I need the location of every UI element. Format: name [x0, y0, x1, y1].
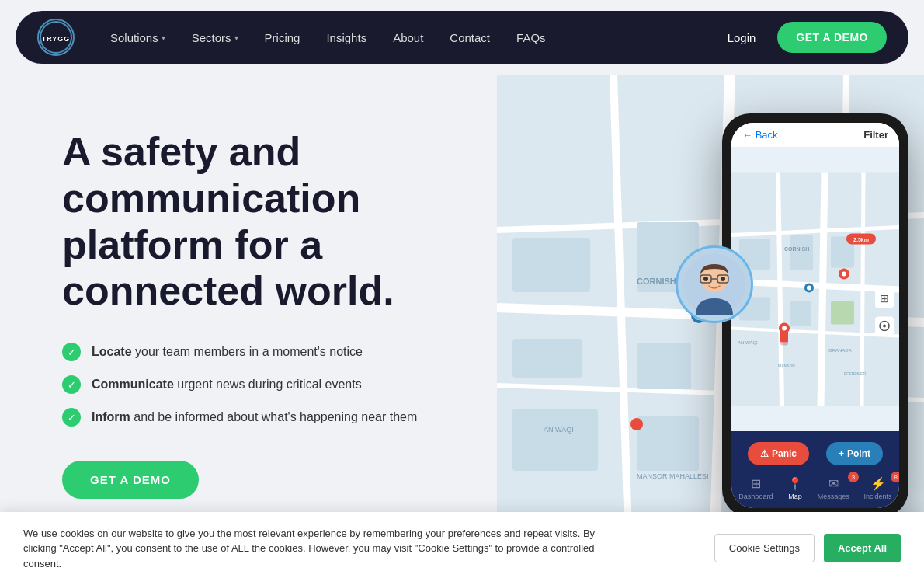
phone-nav-dashboard[interactable]: ⊞ Dashboard — [734, 475, 777, 502]
svg-point-25 — [630, 418, 643, 430]
svg-text:AN WAQI: AN WAQI — [738, 340, 758, 345]
get-demo-button-hero[interactable]: GET A DEMO — [62, 461, 199, 499]
svg-rect-9 — [512, 238, 590, 292]
chevron-down-icon: ▾ — [234, 33, 238, 42]
svg-text:TRYGG: TRYGG — [42, 35, 71, 43]
svg-text:MANSOR: MANSOR — [778, 364, 795, 368]
svg-text:AN WAQI: AN WAQI — [544, 426, 574, 434]
logo-circle: TRYGG — [37, 19, 75, 56]
phone-header: ← Back Filter — [731, 123, 899, 148]
alert-icon: ⚠ — [760, 448, 769, 459]
feature-inform-rest: and be informed about what's happening n… — [130, 410, 418, 423]
get-demo-button-nav[interactable]: GET A DEMO — [777, 22, 887, 53]
cookie-text: We use cookies on our website to give yo… — [23, 526, 629, 572]
incidents-icon: ⚡ — [870, 476, 886, 491]
navbar: TRYGG Solutions ▾ Sectors ▾ Pricing Insi… — [16, 11, 908, 64]
messages-badge: 3 — [848, 472, 859, 482]
phone-screen: ← Back Filter — [731, 123, 899, 508]
features-list: ✓ Locate your team members in a moment's… — [62, 343, 512, 427]
nav-right: Login GET A DEMO — [718, 22, 887, 53]
hero-content: A safety and communication platform for … — [62, 106, 512, 499]
phone-mockup: ← Back Filter — [722, 113, 908, 517]
cookie-banner: We use cookies on our website to give yo… — [0, 512, 924, 586]
messages-icon: ✉ — [828, 476, 839, 491]
svg-point-67 — [703, 277, 708, 281]
svg-point-48 — [807, 286, 811, 291]
feature-communicate: ✓ Communicate urgent news during critica… — [62, 375, 512, 394]
feature-communicate-rest: urgent news during critical events — [174, 378, 362, 391]
accept-all-button[interactable]: Accept All — [824, 534, 901, 562]
phone-nav-incidents[interactable]: ⚡ 8 Incidents — [860, 475, 897, 502]
feature-inform-bold: Inform — [92, 410, 130, 423]
nav-faqs[interactable]: FAQs — [505, 25, 557, 50]
svg-text:⊞: ⊞ — [880, 292, 889, 305]
feature-communicate-bold: Communicate — [92, 378, 174, 391]
nav-about[interactable]: About — [382, 25, 434, 50]
phone-nav-row: ⊞ Dashboard 📍 Map ✉ 3 Messages ⚡ 8 — [731, 472, 899, 505]
hero-section: A safety and communication platform for … — [0, 75, 924, 525]
svg-rect-13 — [637, 343, 691, 389]
svg-point-54 — [842, 272, 846, 277]
map-icon: 📍 — [787, 476, 803, 491]
hero-title: A safety and communication platform for … — [62, 129, 512, 315]
phone-back-button[interactable]: ← Back — [742, 129, 778, 141]
svg-rect-41 — [831, 301, 854, 325]
feature-locate-rest: your team members in a moment's notice — [132, 345, 363, 358]
nav-insights[interactable]: Insights — [315, 25, 377, 50]
phone-action-row: ⚠ Panic + Point — [731, 437, 899, 472]
avatar-face — [683, 253, 745, 315]
check-icon-3: ✓ — [62, 408, 81, 427]
nav-pricing[interactable]: Pricing — [254, 25, 311, 50]
dashboard-icon: ⊞ — [751, 476, 761, 491]
chevron-down-icon: ▾ — [162, 33, 165, 42]
svg-line-34 — [821, 173, 825, 406]
svg-text:EFENDILER: EFENDILER — [844, 371, 866, 376]
login-button[interactable]: Login — [718, 25, 766, 50]
svg-text:CORNISH: CORNISH — [637, 277, 676, 286]
phone-map-area: CORNISH AN WAQI GRANADA MANSOR EFENDILER — [731, 148, 899, 431]
svg-text:MANSOR MAHALLESI: MANSOR MAHALLESI — [637, 472, 709, 480]
cookie-buttons: Cookie Settings Accept All — [714, 534, 901, 562]
user-avatar — [676, 245, 753, 323]
svg-point-49 — [780, 343, 788, 346]
phone-bottom-bar: ⚠ Panic + Point ⊞ Dashboard 📍 M — [731, 431, 899, 508]
panic-button[interactable]: ⚠ Panic — [748, 442, 809, 465]
phone-filter-button[interactable]: Filter — [863, 129, 888, 141]
phone-nav-messages[interactable]: ✉ 3 Messages — [813, 475, 854, 502]
svg-rect-16 — [637, 416, 699, 471]
point-button[interactable]: + Point — [826, 442, 883, 465]
svg-rect-40 — [790, 301, 811, 326]
feature-inform: ✓ Inform and be informed about what's ha… — [62, 408, 512, 427]
svg-point-68 — [721, 277, 725, 281]
svg-text:GRANADA: GRANADA — [828, 348, 852, 353]
svg-text:CORNISH: CORNISH — [784, 246, 809, 252]
svg-rect-37 — [790, 235, 813, 270]
feature-locate: ✓ Locate your team members in a moment's… — [62, 343, 512, 361]
nav-contact[interactable]: Contact — [439, 25, 501, 50]
cookie-settings-button[interactable]: Cookie Settings — [714, 534, 815, 562]
phone-nav-map[interactable]: 📍 Map — [783, 475, 808, 502]
feature-locate-bold: Locate — [92, 345, 132, 358]
svg-rect-15 — [512, 409, 598, 471]
logo[interactable]: TRYGG — [37, 19, 75, 56]
nav-solutions[interactable]: Solutions ▾ — [99, 25, 176, 50]
incidents-badge: 8 — [891, 472, 899, 482]
svg-point-52 — [782, 326, 787, 331]
check-icon: ✓ — [62, 343, 81, 361]
svg-rect-12 — [512, 339, 582, 378]
check-icon-2: ✓ — [62, 375, 81, 394]
svg-point-59 — [883, 325, 886, 328]
svg-text:2.5km: 2.5km — [853, 237, 869, 242]
plus-icon: + — [839, 448, 844, 459]
nav-links: Solutions ▾ Sectors ▾ Pricing Insights A… — [99, 25, 718, 50]
nav-sectors[interactable]: Sectors ▾ — [181, 25, 249, 50]
